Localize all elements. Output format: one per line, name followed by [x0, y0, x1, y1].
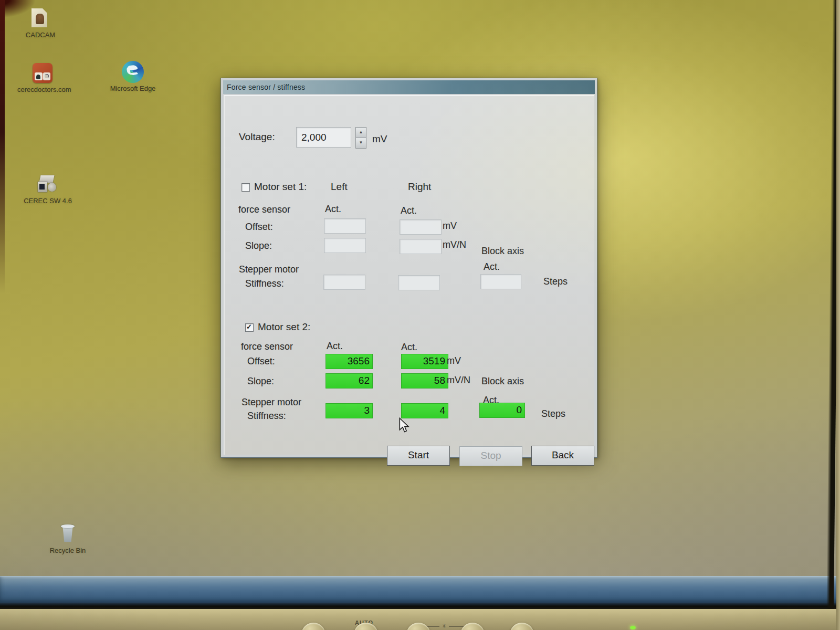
set2-stiffness-left-value: 3: [326, 403, 373, 418]
desktop-icon-label: CEREC SW 4.6: [23, 197, 73, 205]
stop-button: Stop: [459, 446, 522, 466]
cadcam-icon: [29, 7, 51, 29]
desktop-icon-cerec-sw[interactable]: CEREC SW 4.6: [23, 173, 73, 205]
desktop-icon-label: cerecdoctors.com: [17, 86, 68, 93]
voltage-input[interactable]: 2,000: [296, 127, 351, 148]
recycle-bin-icon: [57, 523, 79, 545]
monitor-photo: CADCAM cerecdoctors.com Microsoft Edge C…: [0, 0, 840, 630]
set1-offset-unit: mV: [443, 220, 457, 232]
desktop-icon-edge[interactable]: Microsoft Edge: [108, 61, 158, 92]
set1-offset-label: Offset:: [245, 222, 273, 233]
set1-stiffness-left-field: [323, 275, 365, 290]
motor-set-1-checkbox[interactable]: [242, 183, 250, 192]
set2-force-sensor-label: force sensor: [241, 341, 293, 352]
set2-offset-label: Offset:: [247, 356, 275, 367]
cerec-sw-icon: [37, 173, 59, 195]
set1-slope-unit: mV/N: [443, 239, 466, 250]
set1-slope-right-field: [400, 239, 442, 254]
set2-slope-right-value: 58: [401, 373, 448, 388]
set1-stiffness-right-field: [398, 275, 440, 290]
desktop-icon-label: CADCAM: [15, 32, 66, 39]
mouse-cursor: [397, 417, 411, 433]
set1-block-act-label: Act.: [484, 261, 500, 272]
desktop-icon-label: Microsoft Edge: [108, 85, 158, 92]
set2-stiffness-right-value: 4: [401, 403, 448, 418]
monitor-left-edge: [0, 0, 5, 294]
set1-slope-label: Slope:: [245, 240, 272, 251]
back-button[interactable]: Back: [531, 446, 594, 466]
set1-steps-unit: Steps: [543, 276, 568, 287]
desktop-icon-label: Recycle Bin: [43, 547, 93, 554]
set2-act-left-label: Act.: [327, 341, 343, 352]
set1-offset-right-field: [400, 219, 442, 235]
dialog-client-area: Voltage: 2,000 ▲ ▼ mV Motor set 1: Left …: [224, 95, 594, 455]
set2-act-right-label: Act.: [401, 342, 417, 353]
voltage-unit: mV: [372, 133, 387, 145]
set2-stepper-motor-label: Stepper motor: [242, 397, 301, 408]
set1-stepper-motor-label: Stepper motor: [239, 264, 299, 275]
desktop-icon-recycle-bin[interactable]: Recycle Bin: [43, 523, 93, 554]
set1-offset-left-field: [324, 218, 366, 234]
column-right-label: Right: [408, 181, 431, 193]
set2-slope-label: Slope:: [247, 376, 274, 387]
screen-bottom-edge: [0, 603, 840, 609]
desktop-icon-cadcam[interactable]: CADCAM: [15, 7, 66, 39]
set1-block-axis-label: Block axis: [481, 246, 524, 257]
set2-slope-left-value: 62: [326, 373, 373, 388]
set2-slope-unit: mV/N: [447, 375, 470, 386]
dialog-titlebar: Force sensor / stiffness: [223, 80, 595, 94]
set1-force-sensor-label: force sensor: [238, 204, 290, 215]
set2-offset-unit: mV: [447, 355, 461, 366]
microsoft-edge-icon: [122, 61, 144, 83]
set2-stiffness-label: Stiffness:: [247, 411, 286, 422]
desktop: CADCAM cerecdoctors.com Microsoft Edge C…: [0, 0, 840, 603]
column-left-label: Left: [331, 181, 348, 193]
motor-set-2-label: Motor set 2:: [258, 321, 310, 333]
set2-stiffness-block-value: 0: [479, 403, 525, 418]
set1-act-right-label: Act.: [401, 205, 417, 216]
power-led: [630, 626, 636, 629]
monitor-right-bezel: [836, 0, 840, 630]
force-sensor-dialog: Force sensor / stiffness Voltage: 2,000 …: [220, 78, 597, 458]
set2-block-axis-label: Block axis: [481, 376, 524, 387]
voltage-spin-up[interactable]: ▲: [355, 127, 366, 138]
motor-set-2-checkbox[interactable]: [245, 323, 254, 332]
taskbar: [0, 576, 840, 603]
desktop-icon-cerecdoctors[interactable]: cerecdoctors.com: [17, 62, 68, 93]
set1-stiffness-block-field: [480, 274, 521, 289]
voltage-spin-down[interactable]: ▼: [355, 138, 366, 149]
start-button[interactable]: Start: [387, 446, 450, 466]
set2-steps-unit: Steps: [541, 408, 565, 419]
set1-stiffness-label: Stiffness:: [245, 278, 284, 289]
set1-slope-left-field: [324, 238, 366, 253]
set2-offset-right-value: 3519: [401, 354, 448, 369]
set2-offset-left-value: 3656: [326, 354, 373, 369]
set1-act-left-label: Act.: [325, 204, 341, 215]
voltage-label: Voltage:: [239, 131, 275, 143]
cerecdoctors-icon: [32, 62, 54, 84]
motor-set-1-label: Motor set 1:: [254, 181, 307, 193]
